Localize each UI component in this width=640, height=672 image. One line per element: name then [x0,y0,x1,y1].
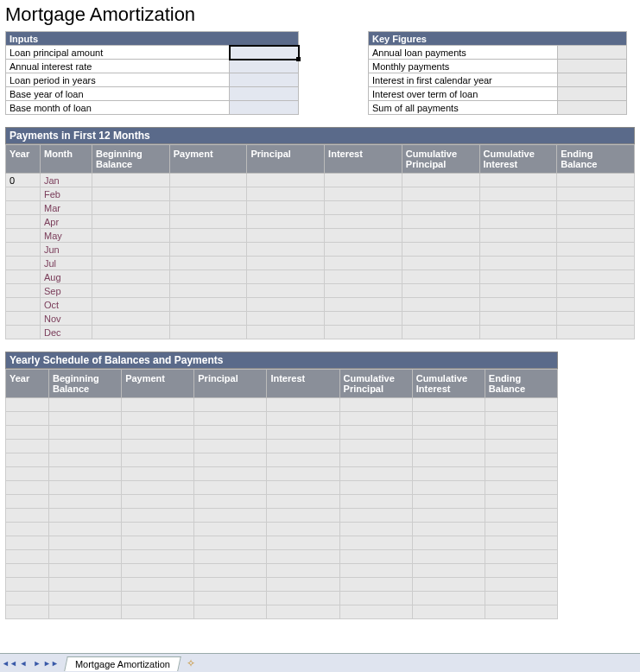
data-cell[interactable] [247,257,325,270]
data-cell[interactable] [412,467,485,481]
data-cell[interactable] [339,564,412,578]
data-cell[interactable] [247,270,325,284]
data-cell[interactable] [194,481,267,495]
data-cell[interactable] [6,284,41,298]
data-cell[interactable] [6,187,41,201]
data-cell[interactable] [6,215,41,229]
nav-last-icon[interactable]: ►► [45,657,57,669]
data-cell[interactable] [485,481,557,495]
data-cell[interactable] [49,426,122,440]
data-cell[interactable] [6,467,49,481]
data-cell[interactable] [122,440,194,453]
data-cell[interactable] [557,201,635,215]
data-cell[interactable] [402,326,479,339]
data-cell[interactable] [49,550,122,564]
data-cell[interactable] [49,564,122,578]
month-cell[interactable]: Jan [41,174,92,187]
data-cell[interactable] [479,257,557,270]
data-cell[interactable] [412,550,485,564]
data-cell[interactable] [169,174,247,187]
data-cell[interactable] [267,398,339,412]
data-cell[interactable] [325,229,402,243]
month-cell[interactable]: Jun [41,243,92,257]
month-cell[interactable]: Apr [41,215,92,229]
data-cell[interactable] [557,270,635,284]
data-cell[interactable] [194,578,267,592]
data-cell[interactable] [6,201,41,215]
data-cell[interactable] [325,215,402,229]
data-cell[interactable] [402,270,479,284]
data-cell[interactable] [92,312,170,326]
data-cell[interactable] [339,592,412,605]
data-cell[interactable] [122,592,194,605]
data-cell[interactable] [92,174,170,187]
data-cell[interactable] [49,592,122,605]
nav-prev-icon[interactable]: ◄ [17,657,29,669]
data-cell[interactable] [339,440,412,453]
data-cell[interactable] [49,578,122,592]
data-cell[interactable] [92,187,170,201]
data-cell[interactable] [247,243,325,257]
data-cell[interactable] [49,536,122,550]
data-cell[interactable] [479,174,557,187]
data-cell[interactable] [485,426,557,440]
data-cell[interactable] [557,215,635,229]
data-cell[interactable] [485,467,557,481]
data-cell[interactable] [49,605,122,619]
data-cell[interactable] [412,523,485,536]
data-cell[interactable] [267,523,339,536]
data-cell[interactable] [557,174,635,187]
data-cell[interactable] [485,495,557,509]
data-cell[interactable] [339,523,412,536]
data-cell[interactable] [6,326,41,339]
data-cell[interactable] [49,412,122,426]
data-cell[interactable] [339,605,412,619]
data-cell[interactable] [247,174,325,187]
data-cell[interactable] [339,509,412,523]
data-cell[interactable] [267,592,339,605]
data-cell[interactable] [557,298,635,312]
data-cell[interactable] [339,481,412,495]
data-cell[interactable] [325,270,402,284]
data-cell[interactable] [169,270,247,284]
data-cell[interactable] [49,523,122,536]
data-cell[interactable] [122,426,194,440]
data-cell[interactable] [339,578,412,592]
data-cell[interactable] [325,298,402,312]
data-cell[interactable] [6,536,49,550]
data-cell[interactable] [247,312,325,326]
data-cell[interactable] [267,467,339,481]
data-cell[interactable] [92,215,170,229]
data-cell[interactable] [485,592,557,605]
data-cell[interactable] [339,467,412,481]
nav-next-icon[interactable]: ► [31,657,43,669]
data-cell[interactable] [479,229,557,243]
data-cell[interactable] [267,564,339,578]
data-cell[interactable] [122,453,194,467]
data-cell[interactable] [247,298,325,312]
data-cell[interactable] [194,509,267,523]
data-cell[interactable] [92,201,170,215]
data-cell[interactable] [247,215,325,229]
data-cell[interactable] [402,201,479,215]
data-cell[interactable] [267,495,339,509]
data-cell[interactable] [122,481,194,495]
data-cell[interactable] [194,605,267,619]
data-cell[interactable] [485,440,557,453]
data-cell[interactable] [412,453,485,467]
data-cell[interactable] [6,564,49,578]
nav-first-icon[interactable]: ◄◄ [3,657,16,669]
data-cell[interactable] [412,398,485,412]
data-cell[interactable] [6,495,49,509]
data-cell[interactable] [169,201,247,215]
data-cell[interactable] [92,326,170,339]
data-cell[interactable] [412,440,485,453]
data-cell[interactable] [6,270,41,284]
month-cell[interactable]: May [41,229,92,243]
data-cell[interactable] [6,426,49,440]
data-cell[interactable] [6,453,49,467]
month-cell[interactable]: Mar [41,201,92,215]
data-cell[interactable] [92,284,170,298]
data-cell[interactable] [402,257,479,270]
data-cell[interactable] [479,298,557,312]
